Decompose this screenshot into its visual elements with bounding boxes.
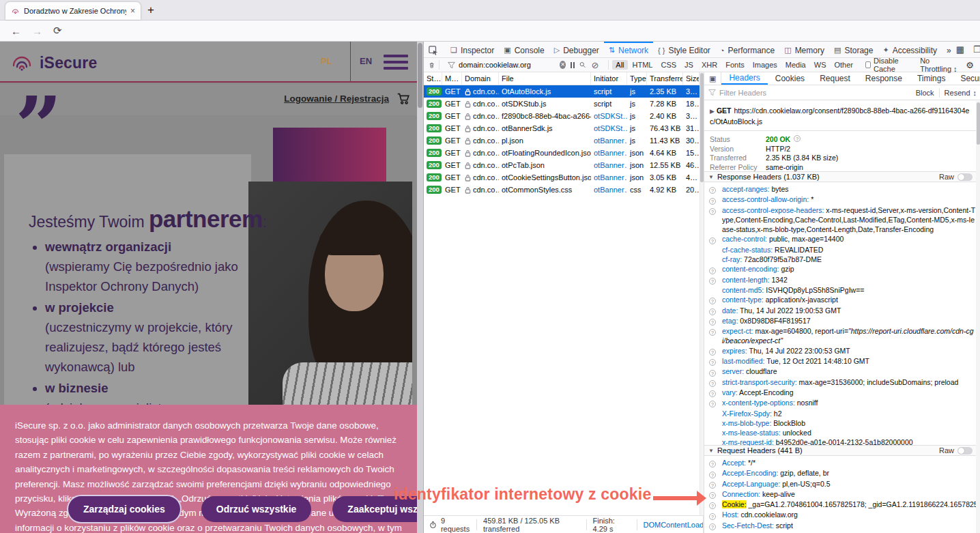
header-name[interactable]: x-ms-blob-type: [722, 419, 771, 427]
help-icon[interactable]: ? [709, 359, 716, 366]
disclosure-triangle-icon[interactable]: ▶ [710, 108, 715, 115]
header-name[interactable]: cache-control: [722, 235, 767, 243]
header-name[interactable]: Accept-Encoding: [722, 469, 778, 477]
devtools-tab-accessibility[interactable]: ✦Accessibility [878, 42, 942, 57]
cell-initiator[interactable]: otSDKSt… [591, 122, 627, 134]
devtools-tab-debugger[interactable]: ▷Debugger [549, 42, 604, 57]
header-name[interactable]: x-ms-request-id: [722, 438, 774, 446]
help-icon[interactable]: ? [709, 187, 716, 194]
header-name[interactable]: Host: [722, 510, 739, 519]
devtools-tab-network[interactable]: ⇅Network [604, 42, 653, 57]
network-request-row[interactable]: 200GETcdn.co…otSDKStub.jsscriptjs7.28 KB… [424, 98, 700, 110]
help-icon[interactable]: ? [709, 502, 716, 509]
raw-toggle[interactable]: Raw [939, 446, 972, 455]
header-name[interactable]: x-content-type-options: [722, 399, 795, 407]
header-name[interactable]: content-length: [722, 276, 769, 284]
type-filter-fonts[interactable]: Fonts [722, 60, 748, 70]
help-icon[interactable]: ? [709, 390, 716, 397]
type-filter-js[interactable]: JS [681, 60, 697, 70]
column-header-type[interactable]: Type [627, 72, 647, 85]
help-icon[interactable]: ? [709, 308, 716, 315]
details-tab-security[interactable]: Security [953, 72, 980, 85]
url-filter-input[interactable]: domain:cookielaw.org [448, 61, 560, 69]
details-tab-request[interactable]: Request [812, 72, 858, 85]
cart-icon[interactable] [396, 91, 411, 106]
help-icon[interactable]: ? [709, 198, 716, 205]
help-icon[interactable]: ? [709, 208, 716, 215]
header-name[interactable]: content-encoding: [722, 265, 779, 273]
more-tools-chevron-icon[interactable]: » [942, 42, 956, 57]
column-header-initiator[interactable]: Initiator [591, 72, 627, 85]
header-name[interactable]: strict-transport-security: [722, 378, 797, 386]
language-pl-button[interactable]: PL [321, 56, 332, 66]
type-filter-all[interactable]: All [612, 60, 627, 70]
header-name[interactable]: content-type: [722, 296, 764, 304]
type-filter-css[interactable]: CSS [657, 60, 680, 70]
column-header-m[interactable]: M… [442, 72, 462, 85]
network-request-row[interactable]: 200GETcdn.co…otFloatingRoundedIcon.jsono… [424, 147, 700, 159]
type-filter-media[interactable]: Media [782, 60, 809, 70]
checkbox-icon[interactable] [865, 61, 871, 68]
cell-initiator[interactable]: otBanner… [591, 134, 627, 147]
network-request-row[interactable]: 200GETcdn.co…pl.jsonotBanner…js11.43 KB3… [424, 134, 700, 147]
separate-window-icon[interactable]: ❐ [973, 44, 980, 55]
network-settings-gear-icon[interactable]: ⚙ [966, 60, 974, 70]
help-icon[interactable]: ? [709, 380, 716, 387]
search-icon[interactable] [579, 61, 586, 69]
request-url-block[interactable]: ▶GEThttps://cdn.cookielaw.org/consent/f2… [704, 101, 977, 131]
type-filter-images[interactable]: Images [749, 60, 781, 70]
help-icon[interactable]: ? [709, 461, 716, 467]
help-icon[interactable]: ? [709, 482, 716, 489]
type-filter-xhr[interactable]: XHR [698, 60, 721, 70]
details-scrollbar[interactable] [976, 101, 980, 533]
sidebar-toggle-icon[interactable]: ▣ [704, 72, 721, 85]
help-icon[interactable]: ? [709, 523, 716, 530]
help-icon[interactable]: ? [709, 278, 716, 285]
resend-button[interactable]: Resend [945, 89, 970, 97]
throttling-select[interactable]: No Throttling ↕ [920, 57, 957, 73]
header-name[interactable]: Accept-Language: [722, 480, 780, 488]
help-icon[interactable]: ? [794, 135, 801, 142]
disable-cache-checkbox[interactable]: Disable Cache [865, 57, 910, 73]
help-icon[interactable]: ? [709, 492, 716, 499]
header-name[interactable]: access-control-expose-headers: [722, 206, 824, 214]
language-en-button[interactable]: EN [360, 56, 372, 66]
header-name[interactable]: content-md5: [722, 286, 764, 294]
details-tab-cookies[interactable]: Cookies [768, 72, 812, 85]
details-tab-headers[interactable]: Headers [721, 72, 767, 85]
page-scrollbar-thumb[interactable] [418, 43, 422, 108]
block-requests-icon[interactable]: ⊘ [592, 60, 599, 70]
header-name[interactable]: cf-ray: [722, 255, 742, 263]
pick-element-icon[interactable] [424, 42, 443, 57]
tab-close-icon[interactable]: × [130, 6, 135, 16]
clear-filter-icon[interactable]: ✕ [560, 61, 566, 69]
network-request-row[interactable]: 200GETcdn.co…otCookieSettingsButton.json… [424, 171, 700, 184]
type-filter-ws[interactable]: WS [811, 60, 830, 70]
cell-initiator[interactable]: otBanner… [591, 171, 627, 184]
help-icon[interactable]: ? [709, 349, 716, 356]
block-button[interactable]: Block [916, 89, 934, 97]
devtools-tab-storage[interactable]: ▤Storage [829, 42, 878, 57]
network-request-row[interactable]: 200GETcdn.co…otPcTab.jsonotBanner…json12… [424, 159, 700, 171]
pause-traffic-icon[interactable] [571, 62, 575, 68]
help-icon[interactable]: ? [709, 237, 716, 244]
reject-all-button[interactable]: Odrzuć wszystkie [201, 496, 312, 522]
page-scrollbar[interactable] [417, 42, 423, 533]
devtools-tab-performance[interactable]: ◔Performance [715, 42, 779, 57]
manage-cookies-button[interactable]: Zarządzaj cookies [68, 496, 180, 522]
header-name[interactable]: last-modified: [722, 357, 764, 365]
column-header-st[interactable]: St… [424, 72, 442, 85]
header-name[interactable]: Cookie: [722, 500, 747, 508]
cell-initiator[interactable]: otBanner… [591, 147, 627, 159]
details-scrollbar-thumb[interactable] [977, 102, 980, 145]
cell-initiator[interactable]: otSDKSt… [591, 110, 627, 122]
header-name[interactable]: expires: [722, 347, 747, 355]
help-icon[interactable]: ? [709, 268, 716, 274]
help-icon[interactable]: ? [709, 329, 716, 336]
responsive-design-icon[interactable]: ▦ [956, 44, 964, 55]
new-tab-button[interactable]: + [147, 3, 154, 17]
browser-tab[interactable]: Doradztwo w Zakresie Ochrony Dany × [5, 2, 141, 20]
back-icon[interactable]: ← [11, 25, 21, 37]
header-name[interactable]: server: [722, 367, 744, 375]
cell-initiator[interactable]: otBanner… [591, 184, 627, 196]
